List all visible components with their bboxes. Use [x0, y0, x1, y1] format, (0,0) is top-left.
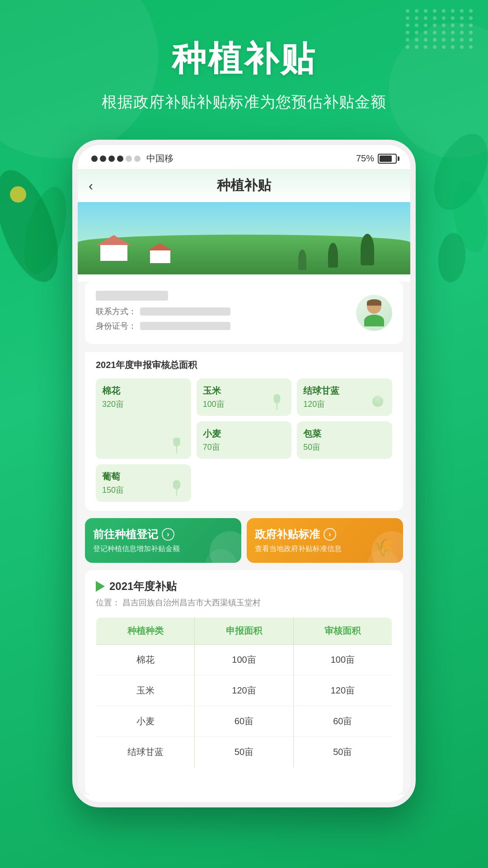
user-card: 联系方式： 身份证号： [85, 282, 403, 344]
crop-card-cotton: 棉花 320亩 [96, 378, 191, 459]
crop-icon-grape [167, 477, 187, 497]
row-declared-4: 50亩 [195, 737, 293, 768]
subsidy-table: 种植种类 申报面积 审核面积 棉花 100亩 100亩 玉米 [96, 617, 392, 768]
svg-point-12 [274, 394, 280, 403]
row-declared-1: 100亩 [195, 645, 293, 675]
page-title: 种植补贴 [172, 36, 316, 83]
status-bar: 中国移 75% [78, 145, 410, 169]
location-label: 位置： [96, 598, 120, 607]
crop-card-grape: 葡萄 150亩 [96, 464, 191, 502]
signal-dot-3 [108, 156, 115, 162]
avatar-body [364, 315, 384, 326]
row-reviewed-1: 100亩 [293, 645, 392, 675]
arrow-circle-icon: › [162, 528, 174, 541]
battery-percentage: 75% [356, 153, 374, 164]
crop-area-wheat: 70亩 [203, 442, 286, 453]
row-reviewed-3: 60亩 [293, 706, 392, 737]
crop-card-corn: 玉米 100亩 [197, 378, 292, 416]
contact-blur [140, 307, 230, 316]
signal-indicators: 中国移 [91, 152, 174, 165]
crop-grid: 棉花 320亩 [96, 378, 392, 502]
signal-dot-1 [91, 156, 98, 162]
planting-register-button[interactable]: 前往种植登记 › 登记种植信息增加补贴金额 [85, 518, 241, 563]
wheat-decoration: 🌾 [373, 537, 396, 558]
crop-name-cotton: 棉花 [102, 385, 185, 397]
area-section-title: 2021年度申报审核总面积 [96, 359, 392, 371]
table-row: 玉米 120亩 120亩 [96, 675, 392, 706]
signal-dot-6 [134, 156, 141, 162]
row-declared-2: 120亩 [195, 675, 293, 706]
subsidy-section: 2021年度补贴 位置： 昌吉回族自治州昌吉市大西渠镇玉堂村 种植种类 申报面积… [85, 570, 403, 795]
row-reviewed-4: 50亩 [293, 737, 392, 768]
hero-banner [78, 202, 410, 274]
table-header-crop: 种植种类 [96, 618, 195, 645]
back-button[interactable]: ‹ [89, 178, 93, 193]
svg-point-15 [375, 396, 380, 401]
app-content: 联系方式： 身份证号： [78, 282, 410, 795]
row-crop-4: 结球甘蓝 [96, 737, 195, 768]
action-buttons: 前往种植登记 › 登记种植信息增加补贴金额 政府补贴标准 › 查看当地政府补贴标… [85, 518, 403, 563]
crop-icon-cotton [167, 434, 187, 454]
row-declared-3: 60亩 [195, 706, 293, 737]
svg-point-18 [174, 481, 180, 490]
avatar-figure [361, 299, 388, 326]
page-subtitle: 根据政府补贴补贴标准为您预估补贴金额 [102, 92, 386, 113]
table-row: 棉花 100亩 100亩 [96, 645, 392, 675]
hero-house [100, 238, 127, 261]
hero-tree [361, 234, 374, 265]
planting-register-title: 前往种植登记 › [93, 527, 233, 542]
crop-name-brassica: 包菜 [303, 428, 386, 440]
user-info: 联系方式： 身份证号： [96, 291, 356, 335]
page-content: 种植补贴 根据政府补贴补贴标准为您预估补贴金额 中国移 75% [0, 0, 488, 844]
signal-dot-2 [100, 156, 106, 162]
subsidy-year-title: 2021年度补贴 [109, 579, 177, 594]
table-row: 小麦 60亩 60亩 [96, 706, 392, 737]
table-row: 结球甘蓝 50亩 50亩 [96, 737, 392, 768]
area-section: 2021年度申报审核总面积 棉花 320亩 [85, 352, 403, 511]
crop-area-brassica: 50亩 [303, 442, 386, 453]
hero-field [78, 202, 410, 274]
contact-label: 联系方式： [96, 306, 136, 317]
crop-card-cabbage: 结球甘蓝 120亩 [297, 378, 392, 416]
battery-icon [378, 154, 397, 164]
row-crop-1: 棉花 [96, 645, 195, 675]
row-crop-2: 玉米 [96, 675, 195, 706]
subsidy-standard-button[interactable]: 政府补贴标准 › 查看当地政府补贴标准信息 🌾 [247, 518, 403, 563]
user-name-blur [96, 291, 168, 301]
table-header-declared: 申报面积 [195, 618, 293, 645]
carrier-name: 中国移 [146, 152, 174, 165]
crop-name-wheat: 小麦 [203, 428, 286, 440]
crop-card-wheat: 小麦 70亩 [197, 421, 292, 459]
avatar-head [367, 299, 381, 314]
status-right: 75% [356, 153, 397, 164]
arrow-circle-icon-2: › [324, 528, 336, 541]
row-crop-3: 小麦 [96, 706, 195, 737]
app-navbar: ‹ 种植补贴 [78, 169, 410, 202]
table-header-reviewed: 审核面积 [293, 618, 392, 645]
contact-field: 联系方式： [96, 306, 356, 317]
bottom-padding [96, 768, 392, 786]
triangle-icon [96, 581, 105, 592]
avatar-hair [367, 299, 381, 306]
id-field: 身份证号： [96, 321, 356, 331]
signal-dot-5 [126, 156, 132, 162]
crop-icon-cabbage [368, 392, 388, 411]
id-label: 身份证号： [96, 321, 136, 331]
location-value: 昌吉回族自治州昌吉市大西渠镇玉堂村 [122, 598, 261, 607]
signal-dot-4 [117, 156, 123, 162]
phone-mockup: 中国移 75% ‹ 种植补贴 [72, 140, 416, 807]
navbar-title: 种植补贴 [217, 176, 271, 195]
crop-card-brassica: 包菜 50亩 [297, 421, 392, 459]
battery-fill [380, 156, 392, 162]
subsidy-location: 位置： 昌吉回族自治州昌吉市大西渠镇玉堂村 [96, 597, 392, 608]
subsidy-header: 2021年度补贴 [96, 579, 392, 594]
crop-icon-corn [267, 392, 287, 411]
subsidy-table-body: 棉花 100亩 100亩 玉米 120亩 120亩 小麦 60亩 60亩 [96, 645, 392, 768]
user-avatar [356, 295, 392, 331]
crop-area-cotton: 320亩 [102, 399, 185, 410]
id-blur [140, 322, 230, 330]
row-reviewed-2: 120亩 [293, 675, 392, 706]
